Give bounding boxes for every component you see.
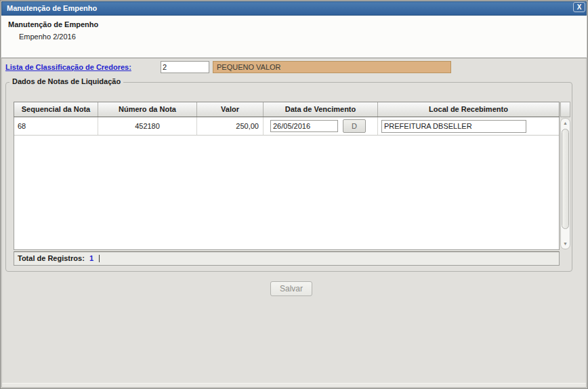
column-header-valor[interactable]: Valor [197, 102, 264, 117]
scroll-down-icon[interactable]: ▼ [561, 239, 570, 249]
empenho-subtitle: Empenho 2/2016 [19, 33, 76, 41]
scrollbar-thumb[interactable] [562, 129, 569, 229]
table-row[interactable]: 68 452180 250,00 D [14, 117, 559, 136]
dialog-titlebar[interactable]: Manutenção de Empenho [1, 1, 587, 16]
cell-numero: 452180 [98, 117, 197, 135]
creditor-classification-link[interactable]: Lista de Classificação de Credores: [5, 63, 131, 71]
scroll-up-icon[interactable]: ▲ [561, 119, 570, 128]
dialog-title: Manutenção de Empenho [7, 4, 97, 12]
column-header-sequencial[interactable]: Sequencial da Nota [14, 102, 98, 117]
close-icon: X [577, 3, 582, 11]
cell-valor: 250,00 [197, 117, 264, 135]
window-bottom-edge [2, 383, 586, 387]
creditor-classification-description: PEQUENO VALOR [213, 61, 451, 73]
receiving-location-input[interactable] [381, 120, 526, 133]
due-date-input[interactable] [270, 120, 338, 132]
total-records-bar: Total de Registros: 1 [14, 251, 560, 266]
total-records-label: Total de Registros: [18, 254, 85, 262]
creditor-classification-code-input[interactable] [161, 61, 209, 73]
cell-vencimento: D [264, 117, 378, 135]
grid-header: Sequencial da Nota Número da Nota Valor … [14, 102, 560, 117]
grid-header-scroll-spacer [560, 102, 570, 117]
column-header-local[interactable]: Local de Recebimento [378, 102, 559, 117]
total-records-value: 1 [89, 254, 93, 262]
date-picker-button[interactable]: D [343, 119, 366, 133]
column-header-vencimento[interactable]: Data de Vencimento [264, 102, 378, 117]
save-button[interactable]: Salvar [270, 281, 312, 296]
page-title: Manutenção de Empenho [8, 20, 98, 28]
header-panel: Manutenção de Empenho Empenho 2/2016 [1, 16, 587, 58]
vertical-scrollbar[interactable]: ▲ ▼ [560, 118, 570, 249]
cell-local [378, 117, 559, 135]
liquidation-notes-legend: Dados de Notas de Liquidação [9, 77, 123, 85]
close-button[interactable]: X [573, 2, 585, 12]
text-cursor [99, 255, 100, 262]
column-header-numero[interactable]: Número da Nota [98, 102, 197, 117]
empenho-maintenance-dialog: Manutenção de Empenho X Manutenção de Em… [0, 0, 588, 389]
grid-body: 68 452180 250,00 D [14, 117, 560, 250]
cell-sequencial: 68 [14, 117, 98, 135]
